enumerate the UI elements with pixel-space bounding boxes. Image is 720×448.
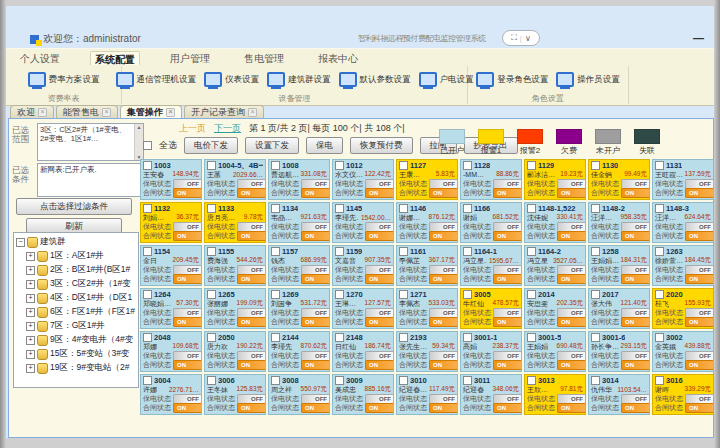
meter-card[interactable]: 1130佳金蚂99.49元保电状态OFF合闸状态ON xyxy=(588,159,650,200)
meter-card[interactable]: 3001-6孙长争…293.15元保电状态OFF合闸状态ON xyxy=(588,331,650,372)
meter-card[interactable]: 1264郑晓娟…57.30元保电状态OFF合闸状态ON xyxy=(140,288,202,329)
meter-card[interactable]: 1263徐娇萱…184.45元保电状态OFF合闸状态ON xyxy=(652,245,714,286)
ribbon-tab-2[interactable]: 系统配置 xyxy=(90,51,140,65)
meter-card[interactable]: 2148日红仙186.74元保电状态OFF合闸状态ON xyxy=(332,331,394,372)
hezha-toggle[interactable]: ON xyxy=(685,188,714,198)
meter-card[interactable]: 3004许娜2276.71…保电状态OFF合闸状态ON xyxy=(140,374,202,415)
meter-card[interactable]: 3005牛红仙478.57元保电状态OFF合闸状态ON xyxy=(460,288,522,329)
expand-icon[interactable]: + xyxy=(26,308,35,317)
hezha-toggle[interactable]: ON xyxy=(621,274,650,284)
hezha-toggle[interactable]: ON xyxy=(621,403,650,413)
hezha-toggle[interactable]: ON xyxy=(173,231,202,241)
hezha-toggle[interactable]: ON xyxy=(301,403,330,413)
meter-card[interactable]: 1164-2冯立星3527.05…保电状态OFF合闸状态ON xyxy=(524,245,586,286)
hezha-toggle[interactable]: ON xyxy=(685,231,714,241)
tree-item[interactable]: +6区：F区1#井（F区1# xyxy=(16,305,138,319)
meter-card[interactable]: 3002金英娥439.88元保电状态OFF合闸状态ON xyxy=(652,331,714,372)
meter-card[interactable]: 1133唐月亮…9.78元保电状态OFF合闸状态ON xyxy=(204,202,266,243)
card-checkbox[interactable] xyxy=(463,161,472,170)
ribbon-button[interactable]: 操作员设置 xyxy=(556,72,620,87)
meter-card[interactable]: 1134韦晶…921.63元保电状态OFF合闸状态ON xyxy=(268,202,330,243)
next-page-link[interactable]: 下一页 xyxy=(214,122,241,135)
toolbar-button-1[interactable]: 电价下发 xyxy=(184,137,238,154)
meter-card[interactable]: 3008周之祥550.97元保电状态OFF合闸状态ON xyxy=(268,374,330,415)
meter-card[interactable]: 1148-2汪洋…958.35元保电状态OFF合闸状态ON xyxy=(588,202,650,243)
ribbon-button[interactable]: 建筑群设置 xyxy=(267,72,331,87)
meter-card[interactable]: 1164-1冯立星…1595.67…保电状态OFF合闸状态ON xyxy=(460,245,522,286)
hezha-toggle[interactable]: ON xyxy=(173,403,202,413)
meter-card[interactable]: 1003王安春148.94元保电状态OFF合闸状态ON xyxy=(140,159,202,200)
tree-item[interactable]: +3区：C区2#井（1#变 xyxy=(16,277,138,291)
hezha-toggle[interactable]: ON xyxy=(429,274,458,284)
scrollbar[interactable]: ▲▼ xyxy=(134,124,143,160)
hezha-toggle[interactable]: ON xyxy=(685,317,714,327)
tree-item[interactable]: +15区：5#变站（3#变 xyxy=(16,347,138,361)
window-controls[interactable]: ⛶ | ∨ xyxy=(502,30,540,46)
hezha-toggle[interactable]: ON xyxy=(237,231,266,241)
hezha-toggle[interactable]: ON xyxy=(365,231,394,241)
meter-card[interactable]: 1145李瑾先…1542.00…保电状态OFF合闸状态ON xyxy=(332,202,394,243)
hezha-toggle[interactable]: ON xyxy=(493,188,522,198)
close-icon[interactable]: × xyxy=(102,108,111,117)
tree-item[interactable]: +4区：D区1#井（D区1 xyxy=(16,291,138,305)
toolbar-button-4[interactable]: 恢复预付费 xyxy=(350,137,413,154)
meter-card[interactable]: 1161季佩芷367.17元保电状态OFF合闸状态ON xyxy=(396,245,458,286)
meter-card[interactable]: 3011纪迎春348.06元保电状态OFF合闸状态ON xyxy=(460,374,522,415)
tree-root[interactable]: −建筑群 xyxy=(16,235,138,249)
hezha-toggle[interactable]: ON xyxy=(365,188,394,198)
ribbon-button[interactable]: 通信管理机设置 xyxy=(116,72,197,87)
meter-card[interactable]: 1146谢娜…876.12元保电状态OFF合闸状态ON xyxy=(396,202,458,243)
meter-card[interactable]: 1132刘娟…36.37元保电状态OFF合闸状态ON xyxy=(140,202,202,243)
hezha-toggle[interactable]: ON xyxy=(493,274,522,284)
meter-card[interactable]: 1155费海强544.26元保电状态OFF合闸状态ON xyxy=(204,245,266,286)
expand-icon[interactable]: ⛶ xyxy=(511,33,517,43)
hezha-toggle[interactable]: ON xyxy=(173,188,202,198)
hezha-toggle[interactable]: ON xyxy=(365,274,394,284)
meter-card[interactable]: 1129郦冰洁…19.23元保电状态OFF合闸状态ON xyxy=(524,159,586,200)
close-icon[interactable]: × xyxy=(166,108,175,117)
expand-icon[interactable]: + xyxy=(26,336,35,345)
meter-card[interactable]: 2193张先生…59.34元保电状态OFF合闸状态ON xyxy=(396,331,458,372)
meter-card[interactable]: 1148-1,522沈佳妮330.41元保电状态OFF合闸状态ON xyxy=(524,202,586,243)
hezha-toggle[interactable]: ON xyxy=(493,231,522,241)
hezha-toggle[interactable]: ON xyxy=(621,360,650,370)
meter-card[interactable]: 1265张丽娜199.09元保电状态OFF合闸状态ON xyxy=(204,288,266,329)
meter-card[interactable]: 3014仇伟华1103.54…保电状态OFF合闸状态ON xyxy=(588,374,650,415)
meter-card[interactable]: 1012水文仪…122.42元保电状态OFF合闸状态ON xyxy=(332,159,394,200)
hezha-toggle[interactable]: ON xyxy=(365,403,394,413)
meter-card[interactable]: 1270王琳…127.57元保电状态OFF合闸状态ON xyxy=(332,288,394,329)
expand-icon[interactable]: + xyxy=(26,294,35,303)
meter-card[interactable]: 1128-MM…88.86元保电状态OFF合闸状态ON xyxy=(460,159,522,200)
hezha-toggle[interactable]: ON xyxy=(429,403,458,413)
meter-card[interactable]: 3016谢晖339.29元保电状态OFF合闸状态ON xyxy=(652,374,714,415)
hezha-toggle[interactable]: ON xyxy=(621,188,650,198)
tree-item[interactable]: +1区：A区1#井 xyxy=(16,249,138,263)
hezha-toggle[interactable]: ON xyxy=(557,188,586,198)
hezha-toggle[interactable]: ON xyxy=(173,274,202,284)
prev-page-link[interactable]: 上一页 xyxy=(179,122,206,135)
meter-card[interactable]: 1271李佩杰533.03元保电状态OFF合闸状态ON xyxy=(396,288,458,329)
hezha-toggle[interactable]: ON xyxy=(173,317,202,327)
hezha-toggle[interactable]: ON xyxy=(301,274,330,284)
hezha-toggle[interactable]: ON xyxy=(173,360,202,370)
meter-card[interactable]: 2048郑娜109.68元保电状态OFF合闸状态ON xyxy=(140,331,202,372)
tree-item[interactable]: +7区：G区1#井 xyxy=(16,319,138,333)
meter-card[interactable]: 2144李瑾先870.62元保电状态OFF合闸状态ON xyxy=(268,331,330,372)
expand-icon[interactable]: + xyxy=(26,252,35,261)
minimize-button[interactable]: — xyxy=(693,32,704,44)
ribbon-button[interactable]: 户电设置 xyxy=(419,72,474,87)
hezha-toggle[interactable]: ON xyxy=(493,360,522,370)
ribbon-tab-3[interactable]: 用户管理 xyxy=(166,51,214,65)
expand-icon[interactable]: + xyxy=(26,350,35,359)
meter-card[interactable]: 1004-5、4B一王菡2029.66…保电状态OFF合闸状态ON xyxy=(204,159,266,200)
expand-icon[interactable]: + xyxy=(26,266,35,275)
meter-card[interactable]: 3013王欣…97.81元保电状态OFF合闸状态ON xyxy=(524,374,586,415)
hezha-toggle[interactable]: ON xyxy=(429,231,458,241)
hezha-toggle[interactable]: ON xyxy=(685,274,714,284)
meter-card[interactable]: 1008曹远航…331.08元保电状态OFF合闸状态ON xyxy=(268,159,330,200)
hezha-toggle[interactable]: ON xyxy=(237,403,266,413)
scroll-up-icon[interactable]: ▲ xyxy=(137,124,142,130)
meter-card[interactable]: 2017张大伟121.40元保电状态OFF合闸状态ON xyxy=(588,288,650,329)
hezha-toggle[interactable]: ON xyxy=(365,360,394,370)
selected-condition-listbox[interactable]: 新网表:已开户表. xyxy=(37,163,144,197)
